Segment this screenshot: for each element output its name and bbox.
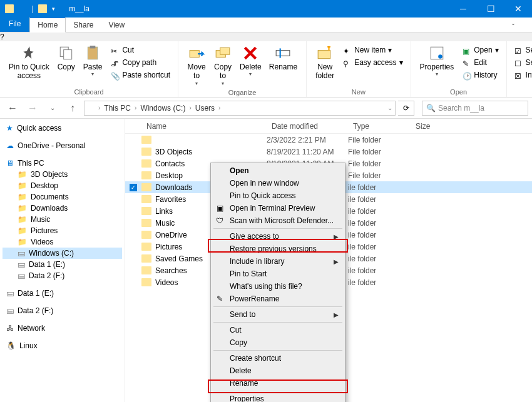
sidebar-item[interactable]: 📁Downloads <box>3 203 122 214</box>
context-menu-item[interactable]: 🛡Scan with Microsoft Defender... <box>211 214 345 227</box>
context-menu-item[interactable]: Restore previous versions <box>211 243 345 255</box>
tab-view[interactable]: View <box>101 18 132 32</box>
folder-icon: 📁 <box>18 170 27 179</box>
delete-button[interactable]: Delete▾ <box>236 44 265 79</box>
sidebar-item[interactable]: 📁Videos <box>3 236 122 248</box>
sidebar-item[interactable]: ★Quick access <box>3 123 122 134</box>
chevron-right-icon: ▶ <box>334 258 339 265</box>
tab-share[interactable]: Share <box>66 18 101 32</box>
paste-shortcut-button[interactable]: 📎Paste shortcut <box>108 69 173 81</box>
sidebar-item[interactable]: 📁3D Objects <box>3 169 122 180</box>
context-menu-item[interactable]: Open in new window <box>211 177 345 189</box>
paste-button[interactable]: Paste▾ <box>79 44 106 79</box>
select-all-button[interactable]: ☑Select all <box>512 44 532 56</box>
cut-button[interactable]: ✂Cut <box>108 44 173 56</box>
breadcrumb-dropdown-icon[interactable]: ⌄ <box>387 104 392 111</box>
breadcrumb-item[interactable]: Windows (C:) <box>138 104 188 113</box>
breadcrumb-item[interactable]: This PC <box>101 104 133 113</box>
forward-button[interactable]: → <box>24 100 41 116</box>
easy-access-button[interactable]: ⚲Easy access ▾ <box>340 56 405 69</box>
file-name: Searches <box>155 266 187 275</box>
select-none-button[interactable]: ☐Select none <box>512 56 532 69</box>
search-input[interactable]: 🔍 Search m__la <box>422 101 528 116</box>
sidebar-item[interactable]: ☁OneDrive - Personal <box>3 140 122 151</box>
tab-home[interactable]: Home <box>29 17 66 33</box>
sidebar-item[interactable]: 🖴Windows (C:) <box>3 248 122 259</box>
sidebar-item[interactable]: 📁Desktop <box>3 180 122 191</box>
context-menu-item[interactable]: Copy <box>211 336 345 349</box>
sidebar-item[interactable]: 📁Music <box>3 214 122 225</box>
close-button[interactable]: ✕ <box>504 0 532 18</box>
column-headers[interactable]: Name Date modified Type Size <box>125 119 532 134</box>
breadcrumb-item[interactable]: Users <box>193 104 217 113</box>
file-row[interactable]: 3D Objects8/19/2021 11:20 AMFile folder <box>125 146 532 158</box>
new-folder-button[interactable]: New folder <box>312 44 338 82</box>
sidebar-item[interactable]: 🖴Data 1 (E:) <box>3 288 122 299</box>
recent-button[interactable]: ⌄ <box>44 100 61 116</box>
sidebar-item[interactable]: 🖴Data 1 (E:) <box>3 259 122 270</box>
breadcrumb-bar[interactable]: › This PC› Windows (C:)› Users› ⌄ <box>84 101 396 116</box>
sidebar-item[interactable]: 🖧Network <box>3 323 122 334</box>
sidebar-item-label: Data 1 (E:) <box>18 289 54 298</box>
checkbox-icon[interactable]: ✓ <box>130 184 137 191</box>
context-menu-label: Cut <box>230 326 242 334</box>
qat-check-icon[interactable] <box>19 5 26 13</box>
context-menu-item[interactable]: Rename <box>211 377 345 389</box>
sidebar-item[interactable]: 🖴Data 2 (F:) <box>3 270 122 281</box>
context-menu-item[interactable]: Give access to▶ <box>211 230 345 243</box>
context-menu-item[interactable]: Delete <box>211 364 345 377</box>
maximize-button[interactable]: ☐ <box>477 0 504 18</box>
copy-button[interactable]: Copy <box>53 44 79 73</box>
sidebar-item[interactable]: 🖴Data 2 (F:) <box>3 305 122 316</box>
context-menu-item[interactable]: What's using this file? <box>211 280 345 293</box>
rename-button[interactable]: Rename <box>265 44 301 73</box>
nav-sidebar[interactable]: ★Quick access☁OneDrive - Personal🖥This P… <box>0 119 125 402</box>
file-row[interactable]: 2/3/2022 2:21 PMFile folder <box>125 134 532 146</box>
invert-selection-button[interactable]: ☒Invert selection <box>512 69 532 81</box>
context-menu[interactable]: OpenOpen in new windowPin to Quick acces… <box>210 163 345 402</box>
context-menu-item[interactable]: Send to▶ <box>211 308 345 321</box>
context-menu-item[interactable]: Create shortcut <box>211 352 345 364</box>
context-menu-item[interactable]: Pin to Start <box>211 268 345 280</box>
edit-button[interactable]: ✎Edit <box>460 56 501 69</box>
search-icon: 🔍 <box>426 104 436 113</box>
context-menu-item[interactable]: Pin to Quick access <box>211 189 345 202</box>
file-menu[interactable]: File <box>0 17 29 32</box>
context-menu-label: Restore previous versions <box>230 244 317 253</box>
sidebar-item[interactable]: 🐧Linux <box>3 340 122 351</box>
properties-button[interactable]: Properties▾ <box>416 44 458 79</box>
sidebar-item[interactable]: 📁Pictures <box>3 225 122 236</box>
move-to-button[interactable]: Move to▾ <box>183 44 210 88</box>
context-menu-label: What's using this file? <box>230 282 302 291</box>
drive-icon: 🖴 <box>6 306 14 315</box>
context-menu-item[interactable]: Include in library▶ <box>211 255 345 268</box>
folder-icon: 📁 <box>18 238 27 246</box>
pin-quick-access-button[interactable]: Pin to Quick access <box>5 44 53 82</box>
folder-icon: 📁 <box>18 204 27 213</box>
file-name: Downloads <box>155 183 192 192</box>
history-button[interactable]: 🕑History <box>460 69 501 81</box>
refresh-button[interactable]: ⟳ <box>398 101 414 116</box>
new-item-button[interactable]: ✦New item ▾ <box>340 44 405 56</box>
context-menu-item[interactable]: ✎PowerRename <box>211 293 345 305</box>
copy-path-button[interactable]: 🖇Copy path <box>108 56 173 69</box>
up-button[interactable]: ↑ <box>64 100 81 116</box>
help-icon[interactable]: ? <box>0 33 532 41</box>
qat-dropdown-icon[interactable]: ▾ <box>52 6 55 12</box>
copy-to-button[interactable]: Copy to▾ <box>210 44 236 88</box>
ribbon-collapse-icon[interactable]: ˇ <box>512 23 514 32</box>
context-menu-item[interactable]: Open <box>211 164 345 177</box>
context-menu-label: Give access to <box>230 232 279 241</box>
file-type: File folder <box>348 159 411 168</box>
folder-icon: 📁 <box>18 226 27 235</box>
sidebar-item[interactable]: 🖥This PC <box>3 158 122 169</box>
file-name: Saved Games <box>155 254 203 263</box>
context-menu-item[interactable]: ▣Open in Terminal Preview <box>211 202 345 214</box>
sidebar-item[interactable]: 📁Documents <box>3 191 122 203</box>
back-button[interactable]: ← <box>4 100 21 116</box>
open-button[interactable]: ▣Open ▾ <box>460 44 501 56</box>
sidebar-item-label: 3D Objects <box>31 170 68 179</box>
context-menu-item[interactable]: Cut <box>211 324 345 336</box>
minimize-button[interactable]: ─ <box>449 0 477 18</box>
context-menu-item[interactable]: Properties <box>211 393 345 402</box>
